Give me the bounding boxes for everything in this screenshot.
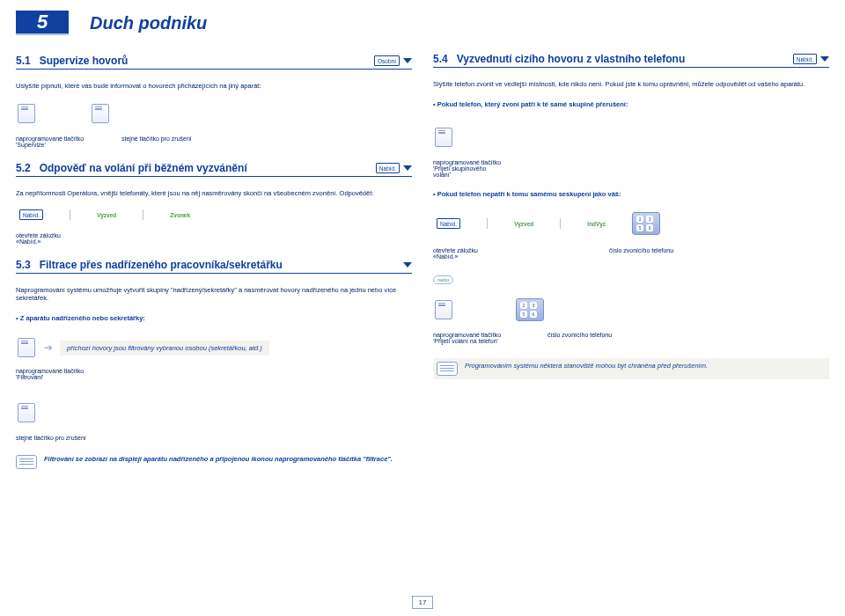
key-caption-group-pickup: naprogramované tlačítko 'Přijetí skupino…: [433, 159, 503, 178]
section-5-1-header: 5.1 Supervize hovorů Osobní: [16, 55, 412, 70]
chapter-title: Duch podniku: [90, 13, 207, 33]
arrow-icon: ➔: [44, 341, 53, 354]
programmable-key-icon: [18, 104, 35, 123]
nebo-pill: nebo: [433, 275, 453, 284]
chapter-number: 5: [16, 11, 69, 35]
section-5-1-desc: Uslyšíte pípnutí, které vás bude informo…: [16, 82, 412, 90]
programmable-key-icon: [18, 338, 35, 357]
chevron-down-icon: [403, 262, 412, 268]
bullet-5-4b: • Pokud telefon nepatří k tomu samému se…: [433, 190, 829, 198]
programmable-key-icon: [435, 300, 452, 319]
section-5-4-header: 5.4 Vyzvednutí cizího hovoru z vlastního…: [433, 53, 829, 68]
section-number: 5.1: [16, 55, 31, 67]
tab-vyzved: Vyzved: [514, 221, 533, 227]
bullet-5-3: • Z aparátu nadřízeného nebo sekretářky:: [16, 314, 412, 322]
tab-nabid: Nabíd.: [437, 218, 460, 229]
note-5-3: Filtrování se zobrazí na displeji aparát…: [16, 455, 412, 469]
tab-indvyz: IndVyz: [587, 221, 606, 227]
tag-nabid: Nabíd.: [793, 54, 817, 64]
section-5-4-desc: Slyšíte telefon zvonit ve vedlejší místn…: [433, 80, 829, 88]
note-icon: [16, 455, 37, 469]
programmable-key-icon: [18, 403, 35, 422]
filter-result-box: příchozí hovory jsou filtrovány vybranou…: [60, 341, 269, 356]
note-text: Programováním systému některá stanoviště…: [465, 362, 826, 370]
tag-nabid: Nabíd.: [376, 163, 400, 173]
left-column: 5 Duch podniku 5.1 Supervize hovorů Osob…: [16, 11, 412, 469]
programmable-key-icon: [435, 128, 452, 147]
section-number: 5.4: [433, 53, 448, 65]
note-icon: [437, 362, 458, 376]
note-text: Filtrování se zobrazí na displeji aparát…: [44, 455, 412, 463]
section-number: 5.2: [16, 162, 31, 174]
caption-open-nabid: otevřete záložku «Nabíd.»: [433, 247, 503, 260]
section-5-2-header: 5.2 Odpověď na volání při běžném vyzváně…: [16, 162, 412, 177]
caption-ringing-number: číslo zvonícího telefonu: [547, 332, 612, 338]
tab-zvonek: Zvonek: [170, 212, 190, 218]
page-number: 17: [412, 596, 433, 609]
section-5-3-desc: Naprogramování systému umožňuje vytvořit…: [16, 286, 412, 302]
bullet-5-4a: • Pokud telefon, který zvoní patří k té …: [433, 100, 829, 108]
caption-open-nabid: otevřete záložku «Nabíd.»: [16, 232, 86, 245]
dial-pad-icon: 2356: [516, 298, 544, 321]
key-caption-cancel: stejné tlačítko pro zrušení: [16, 435, 86, 441]
section-5-3-header: 5.3 Filtrace přes nadřízeného pracovníka…: [16, 259, 412, 274]
section-title: Odpověď na volání při běžném vyzvánění: [40, 162, 372, 174]
key-caption-cancel: stejné tlačítko pro zrušení: [121, 136, 192, 142]
section-title: Supervize hovorů: [40, 55, 371, 67]
dial-pad-icon: 2356: [632, 212, 660, 235]
note-5-4: Programováním systému některá stanoviště…: [433, 358, 829, 379]
key-caption-filtrovani: naprogramované tlačítko 'Filtrování': [16, 368, 86, 380]
key-caption-pickup-phone: naprogramované tlačítko 'Přijetí volání …: [433, 332, 503, 344]
tab-nabid: Nabíd.: [19, 209, 43, 220]
tab-vyzved: Vyzved: [97, 212, 116, 218]
key-caption-supervize: naprogramované tlačítko 'Supervize': [16, 136, 86, 148]
right-column: 5.4 Vyzvednutí cizího hovoru z vlastního…: [433, 11, 829, 469]
chevron-down-icon: [403, 58, 412, 63]
chevron-down-icon: [820, 56, 829, 62]
section-title: Vyzvednutí cizího hovoru z vlastního tel…: [457, 53, 790, 65]
section-number: 5.3: [16, 259, 31, 271]
section-5-2-desc: Za nepřítomnosti Operátora, vnější telef…: [16, 189, 412, 197]
key-row-5-1: [16, 102, 412, 127]
tab-row-5-4: Nabíd. Vyzved IndVyz 2356: [433, 212, 829, 235]
programmable-key-icon: [92, 104, 109, 123]
chapter-header: 5 Duch podniku: [16, 11, 412, 35]
tag-osobni: Osobní: [374, 55, 400, 66]
caption-ringing-number: číslo zvonícího telefonu: [609, 247, 673, 253]
chevron-down-icon: [403, 165, 412, 171]
section-title: Filtrace přes nadřízeného pracovníka/sek…: [40, 259, 400, 271]
tab-row-5-2: Nabíd. Vyzved Zvonek: [16, 209, 412, 220]
